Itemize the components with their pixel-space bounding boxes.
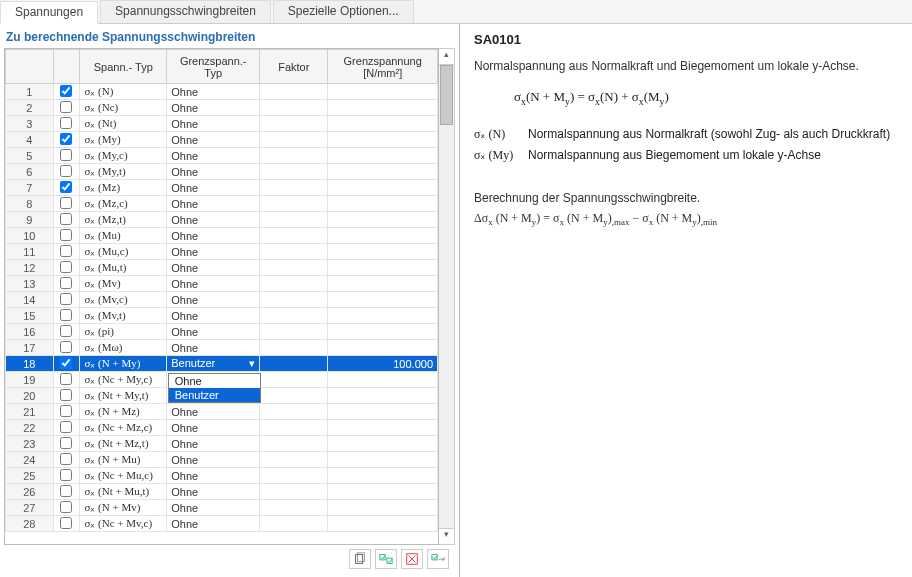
row-checkbox[interactable] — [60, 341, 72, 353]
cell-grenz-typ[interactable]: Ohne — [167, 468, 260, 484]
row-checkbox-cell[interactable] — [53, 324, 80, 340]
row-checkbox[interactable] — [60, 437, 72, 449]
cell-faktor[interactable] — [260, 436, 328, 452]
cell-faktor[interactable] — [260, 420, 328, 436]
row-checkbox[interactable] — [60, 293, 72, 305]
table-row[interactable]: 10σₓ (Mu)Ohne — [6, 228, 438, 244]
cell-faktor[interactable] — [260, 388, 328, 404]
row-checkbox[interactable] — [60, 165, 72, 177]
row-checkbox[interactable] — [60, 197, 72, 209]
row-checkbox-cell[interactable] — [53, 452, 80, 468]
cell-faktor[interactable] — [260, 404, 328, 420]
table-row[interactable]: 3σₓ (Nt)Ohne — [6, 116, 438, 132]
check-all-icon[interactable] — [375, 549, 397, 569]
cell-faktor[interactable] — [260, 212, 328, 228]
table-row[interactable]: 8σₓ (Mz,c)Ohne — [6, 196, 438, 212]
row-checkbox[interactable] — [60, 469, 72, 481]
cell-grenz[interactable] — [328, 340, 438, 356]
cell-grenz-typ[interactable]: Ohne — [167, 340, 260, 356]
cell-grenz-typ[interactable]: Benutzer ▾ — [167, 356, 260, 372]
table-row[interactable]: 16σₓ (pi)Ohne — [6, 324, 438, 340]
cell-grenz[interactable] — [328, 100, 438, 116]
cell-grenz-typ[interactable]: Ohne — [167, 500, 260, 516]
cell-grenz[interactable] — [328, 164, 438, 180]
cell-faktor[interactable] — [260, 468, 328, 484]
cell-grenz-typ[interactable]: Ohne — [167, 516, 260, 532]
cell-faktor[interactable] — [260, 132, 328, 148]
table-row[interactable]: 6σₓ (My,t)Ohne — [6, 164, 438, 180]
cell-grenz-typ[interactable]: Ohne — [167, 292, 260, 308]
cell-grenz[interactable] — [328, 516, 438, 532]
table-row[interactable]: 13σₓ (Mv)Ohne — [6, 276, 438, 292]
cell-grenz[interactable] — [328, 196, 438, 212]
cell-faktor[interactable] — [260, 516, 328, 532]
row-checkbox[interactable] — [60, 405, 72, 417]
cell-grenz-typ[interactable]: Ohne — [167, 164, 260, 180]
dropdown-option[interactable]: Ohne — [169, 374, 260, 388]
cell-grenz-typ[interactable]: Ohne — [167, 180, 260, 196]
row-checkbox[interactable] — [60, 517, 72, 529]
tab-2[interactable]: Spezielle Optionen... — [273, 0, 414, 23]
cell-faktor[interactable] — [260, 500, 328, 516]
cell-grenz[interactable] — [328, 452, 438, 468]
table-row[interactable]: 1σₓ (N)Ohne — [6, 84, 438, 100]
cell-grenz[interactable] — [328, 292, 438, 308]
row-checkbox[interactable] — [60, 421, 72, 433]
cell-grenz[interactable] — [328, 84, 438, 100]
cell-faktor[interactable] — [260, 180, 328, 196]
grenz-typ-dropdown[interactable]: OhneBenutzer — [168, 373, 261, 403]
table-row[interactable]: 12σₓ (Mu,t)Ohne — [6, 260, 438, 276]
cell-grenz[interactable] — [328, 404, 438, 420]
cell-grenz[interactable] — [328, 116, 438, 132]
tab-0[interactable]: Spannungen — [0, 1, 98, 24]
row-checkbox[interactable] — [60, 117, 72, 129]
row-checkbox-cell[interactable] — [53, 484, 80, 500]
cell-faktor[interactable] — [260, 228, 328, 244]
cell-grenz[interactable] — [328, 244, 438, 260]
cell-grenz-typ[interactable]: Ohne — [167, 420, 260, 436]
cell-faktor[interactable] — [260, 100, 328, 116]
row-checkbox[interactable] — [60, 325, 72, 337]
table-row[interactable]: 14σₓ (Mv,c)Ohne — [6, 292, 438, 308]
row-checkbox[interactable] — [60, 149, 72, 161]
row-checkbox-cell[interactable] — [53, 388, 80, 404]
row-checkbox[interactable] — [60, 357, 72, 369]
cell-grenz-typ[interactable]: Ohne — [167, 452, 260, 468]
row-checkbox[interactable] — [60, 261, 72, 273]
vertical-scrollbar[interactable]: ▴ ▾ — [439, 48, 455, 545]
cell-grenz[interactable] — [328, 212, 438, 228]
uncheck-all-icon[interactable] — [401, 549, 423, 569]
row-checkbox-cell[interactable] — [53, 516, 80, 532]
row-checkbox[interactable] — [60, 101, 72, 113]
cell-grenz[interactable] — [328, 260, 438, 276]
copy-icon[interactable] — [349, 549, 371, 569]
row-checkbox-cell[interactable] — [53, 292, 80, 308]
table-row[interactable]: 18σₓ (N + My)Benutzer ▾100.000 — [6, 356, 438, 372]
cell-faktor[interactable] — [260, 356, 328, 372]
row-checkbox-cell[interactable] — [53, 116, 80, 132]
cell-grenz-typ[interactable]: Ohne — [167, 228, 260, 244]
row-checkbox[interactable] — [60, 229, 72, 241]
cell-faktor[interactable] — [260, 164, 328, 180]
row-checkbox-cell[interactable] — [53, 212, 80, 228]
row-checkbox-cell[interactable] — [53, 276, 80, 292]
cell-grenz[interactable] — [328, 324, 438, 340]
row-checkbox-cell[interactable] — [53, 468, 80, 484]
table-row[interactable]: 5σₓ (My,c)Ohne — [6, 148, 438, 164]
row-checkbox[interactable] — [60, 389, 72, 401]
cell-grenz[interactable] — [328, 228, 438, 244]
cell-grenz-typ[interactable]: Ohne — [167, 436, 260, 452]
cell-grenz[interactable] — [328, 388, 438, 404]
table-row[interactable]: 7σₓ (Mz)Ohne — [6, 180, 438, 196]
cell-faktor[interactable] — [260, 148, 328, 164]
row-checkbox-cell[interactable] — [53, 356, 80, 372]
row-checkbox-cell[interactable] — [53, 84, 80, 100]
cell-grenz-typ[interactable]: Ohne — [167, 324, 260, 340]
row-checkbox-cell[interactable] — [53, 244, 80, 260]
cell-grenz[interactable] — [328, 484, 438, 500]
row-checkbox-cell[interactable] — [53, 164, 80, 180]
row-checkbox-cell[interactable] — [53, 420, 80, 436]
scroll-down-button[interactable]: ▾ — [439, 528, 454, 544]
table-row[interactable]: 24σₓ (N + Mu)Ohne — [6, 452, 438, 468]
reset-icon[interactable] — [427, 549, 449, 569]
